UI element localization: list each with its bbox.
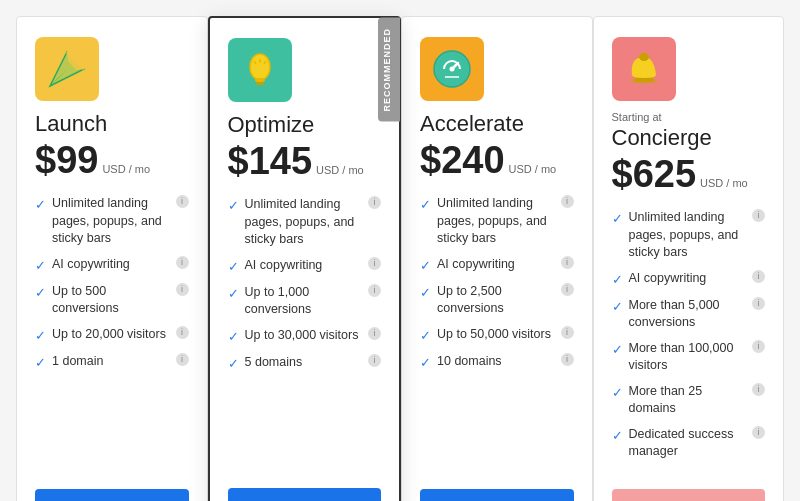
info-icon[interactable]: i [176,326,189,339]
feature-item: ✓ AI copywriting i [228,257,382,276]
feature-item: ✓ AI copywriting i [612,270,766,289]
check-icon: ✓ [228,197,239,215]
price-row: $99 USD / mo [35,141,189,179]
feature-item: ✓ 10 domains i [420,353,574,372]
feature-item: ✓ Up to 500 conversions i [35,283,189,318]
feature-text: 5 domains [245,354,361,372]
starting-at-label: Starting at [612,111,766,123]
svg-point-19 [642,53,646,57]
svg-rect-17 [634,78,654,82]
feature-item: ✓ Unlimited landing pages, popups, and s… [35,195,189,248]
feature-text: AI copywriting [52,256,168,274]
plan-card-accelerate: Accelerate $240 USD / mo ✓ Unlimited lan… [401,16,593,501]
feature-item: ✓ AI copywriting i [420,256,574,275]
info-icon[interactable]: i [176,195,189,208]
info-icon[interactable]: i [368,327,381,340]
svg-rect-7 [256,82,264,85]
feature-text: Unlimited landing pages, popups, and sti… [245,196,361,249]
feature-item: ✓ 5 domains i [228,354,382,373]
info-icon[interactable]: i [561,256,574,269]
features-list: ✓ Unlimited landing pages, popups, and s… [228,196,382,468]
feature-item: ✓ Dedicated success manager i [612,426,766,461]
plan-name: Optimize [228,112,382,138]
feature-text: Up to 2,500 conversions [437,283,553,318]
feature-item: ✓ Up to 1,000 conversions i [228,284,382,319]
cta-button-optimize[interactable]: Start building for free [228,488,382,501]
info-icon[interactable]: i [561,195,574,208]
feature-text: Up to 20,000 visitors [52,326,168,344]
price-row: $145 USD / mo [228,142,382,180]
price-amount: $625 [612,155,697,193]
price-suffix: USD / mo [102,163,150,175]
check-icon: ✓ [612,210,623,228]
info-icon[interactable]: i [752,340,765,353]
check-icon: ✓ [420,354,431,372]
check-icon: ✓ [612,427,623,445]
svg-point-14 [450,67,455,72]
check-icon: ✓ [420,196,431,214]
info-icon[interactable]: i [752,297,765,310]
check-icon: ✓ [612,341,623,359]
plan-name: Launch [35,111,189,137]
feature-item: ✓ Unlimited landing pages, popups, and s… [612,209,766,262]
feature-text: Up to 500 conversions [52,283,168,318]
feature-text: 1 domain [52,353,168,371]
info-icon[interactable]: i [561,283,574,296]
check-icon: ✓ [612,384,623,402]
feature-item: ✓ Up to 50,000 visitors i [420,326,574,345]
cta-button-accelerate[interactable]: Start building for free [420,489,574,501]
cta-button-concierge[interactable]: Contact a specialist [612,489,766,501]
info-icon[interactable]: i [176,256,189,269]
paper-plane-icon [35,37,99,101]
speedometer-icon [420,37,484,101]
feature-item: ✓ More than 5,000 conversions i [612,297,766,332]
feature-text: AI copywriting [629,270,745,288]
info-icon[interactable]: i [368,284,381,297]
feature-text: Unlimited landing pages, popups, and sti… [629,209,745,262]
plan-card-launch: Launch $99 USD / mo ✓ Unlimited landing … [16,16,208,501]
feature-text: More than 5,000 conversions [629,297,745,332]
feature-text: Unlimited landing pages, popups, and sti… [437,195,553,248]
feature-text: 10 domains [437,353,553,371]
check-icon: ✓ [35,196,46,214]
check-icon: ✓ [612,271,623,289]
price-amount: $99 [35,141,98,179]
price-suffix: USD / mo [316,164,364,176]
check-icon: ✓ [35,284,46,302]
info-icon[interactable]: i [368,196,381,209]
check-icon: ✓ [228,355,239,373]
info-icon[interactable]: i [176,283,189,296]
svg-rect-6 [255,78,265,82]
lightbulb-icon [228,38,292,102]
feature-item: ✓ Unlimited landing pages, popups, and s… [228,196,382,249]
check-icon: ✓ [35,327,46,345]
cta-button-launch[interactable]: Start building for free [35,489,189,501]
info-icon[interactable]: i [752,426,765,439]
feature-text: AI copywriting [245,257,361,275]
info-icon[interactable]: i [368,354,381,367]
feature-item: ✓ Up to 20,000 visitors i [35,326,189,345]
info-icon[interactable]: i [176,353,189,366]
plan-card-concierge: Starting atConcierge $625 USD / mo ✓ Unl… [593,16,785,501]
feature-text: Unlimited landing pages, popups, and sti… [52,195,168,248]
feature-text: AI copywriting [437,256,553,274]
feature-text: Up to 1,000 conversions [245,284,361,319]
check-icon: ✓ [420,327,431,345]
check-icon: ✓ [228,285,239,303]
info-icon[interactable]: i [368,257,381,270]
svg-point-5 [250,54,270,80]
plan-name: Accelerate [420,111,574,137]
features-list: ✓ Unlimited landing pages, popups, and s… [35,195,189,469]
feature-item: ✓ Up to 2,500 conversions i [420,283,574,318]
features-list: ✓ Unlimited landing pages, popups, and s… [420,195,574,469]
info-icon[interactable]: i [752,383,765,396]
price-amount: $240 [420,141,505,179]
price-amount: $145 [228,142,313,180]
info-icon[interactable]: i [561,326,574,339]
info-icon[interactable]: i [752,209,765,222]
info-icon[interactable]: i [561,353,574,366]
check-icon: ✓ [228,258,239,276]
info-icon[interactable]: i [752,270,765,283]
feature-text: More than 100,000 visitors [629,340,745,375]
feature-text: Dedicated success manager [629,426,745,461]
